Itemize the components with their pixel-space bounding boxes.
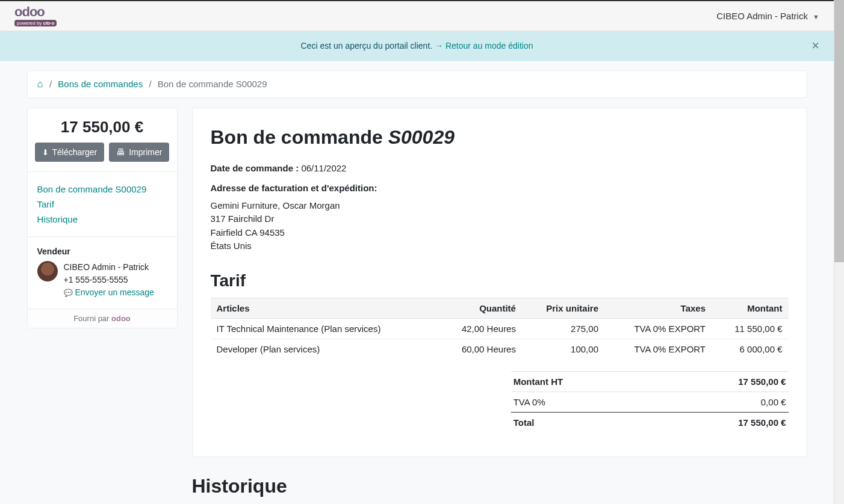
- comment-icon: [64, 287, 73, 297]
- col-taxes: Taxes: [604, 298, 712, 318]
- cell-unit-price: 275,00: [522, 318, 604, 339]
- history-heading: Historique: [192, 475, 807, 497]
- powered-by-footer: Fourni par odoo: [28, 309, 177, 328]
- print-icon: [116, 147, 125, 157]
- alert-text: Ceci est un aperçu du portail client.: [300, 41, 435, 51]
- table-row: IT Technical Maintenance (Plan services)…: [211, 318, 789, 339]
- breadcrumb-sep: /: [149, 79, 151, 89]
- logo-powered-badge: powered by cib·o: [14, 20, 57, 26]
- sidebar-total: 17 550,00 €: [28, 108, 177, 143]
- address-line: Gemini Furniture, Oscar Morgan: [211, 199, 789, 213]
- cell-amount: 11 550,00 €: [712, 318, 788, 339]
- cell-qty: 42,00 Heures: [437, 318, 522, 339]
- seller-name: CIBEO Admin - Patrick: [64, 261, 154, 274]
- tax-row: TVA 0% 0,00 €: [511, 392, 789, 412]
- order-number: S00029: [388, 126, 455, 148]
- cell-qty: 60,00 Heures: [437, 339, 522, 359]
- download-icon: [42, 147, 49, 157]
- sidebar-nav-order[interactable]: Bon de commande S00029: [37, 182, 167, 197]
- portal-preview-alert: Ceci est un aperçu du portail client. Re…: [0, 31, 834, 61]
- caret-down-icon: ▼: [813, 13, 819, 20]
- sidebar-nav-history[interactable]: Historique: [37, 212, 167, 227]
- breadcrumb-link-orders[interactable]: Bons de commandes: [58, 79, 143, 89]
- logo-odoo-text: odoo: [14, 5, 45, 19]
- totals-block: Montant HT 17 550,00 € TVA 0% 0,00 € Tot…: [511, 371, 789, 432]
- subtotal-row: Montant HT 17 550,00 €: [511, 371, 789, 392]
- breadcrumb: / Bons de commandes / Bon de commande S0…: [27, 70, 807, 98]
- scrollbar-thumb[interactable]: [834, 0, 844, 262]
- logo[interactable]: odoo powered by cib·o: [14, 5, 57, 26]
- section-tarif-heading: Tarif: [211, 271, 789, 290]
- cell-article: Developer (Plan services): [211, 339, 437, 359]
- address-block: Adresse de facturation et d'expédition: …: [211, 182, 789, 253]
- arrow-right-icon: [435, 41, 443, 51]
- user-menu-label: CIBEO Admin - Patrick: [716, 11, 808, 21]
- cell-unit-price: 100,00: [522, 339, 604, 359]
- address-line: 317 Fairchild Dr: [211, 212, 789, 226]
- download-button[interactable]: Télécharger: [35, 143, 105, 162]
- seller-block: Vendeur CIBEO Admin - Patrick +1 555-555…: [28, 237, 177, 309]
- order-card: Bon de commande S00029 Date de commande …: [192, 108, 807, 457]
- address-line: États Unis: [211, 239, 789, 253]
- close-icon: ×: [811, 38, 819, 53]
- cell-article: IT Technical Maintenance (Plan services): [211, 318, 437, 339]
- home-icon: [37, 79, 43, 89]
- cell-taxes: TVA 0% EXPORT: [604, 339, 712, 359]
- user-menu[interactable]: CIBEO Admin - Patrick ▼: [716, 11, 819, 21]
- total-row: Total 17 550,00 €: [511, 412, 789, 432]
- breadcrumb-sep: /: [49, 79, 52, 89]
- col-amount: Montant: [712, 298, 788, 318]
- col-article: Articles: [211, 298, 437, 318]
- order-date: Date de commande : 06/11/2022: [211, 163, 789, 173]
- topbar: odoo powered by cib·o CIBEO Admin - Patr…: [0, 0, 834, 31]
- address-title: Adresse de facturation et d'expédition:: [211, 182, 789, 195]
- col-unit-price: Prix unitaire: [522, 298, 604, 318]
- cell-amount: 6 000,00 €: [712, 339, 788, 359]
- print-button[interactable]: Imprimer: [109, 143, 169, 162]
- breadcrumb-home[interactable]: [37, 79, 43, 89]
- sidebar-nav-tarif[interactable]: Tarif: [37, 197, 167, 212]
- seller-phone: +1 555-555-5555: [64, 274, 154, 286]
- page-title: Bon de commande S00029: [211, 126, 789, 149]
- browser-scrollbar[interactable]: [834, 0, 844, 504]
- avatar: [37, 261, 58, 281]
- cell-taxes: TVA 0% EXPORT: [604, 318, 712, 339]
- history-empty-text: Il n'y a aucun commentaire pour le momen…: [192, 502, 807, 505]
- send-message-link[interactable]: Envoyer un message: [64, 287, 154, 297]
- table-row: Developer (Plan services)60,00 Heures100…: [211, 339, 789, 359]
- breadcrumb-current: Bon de commande S00029: [158, 79, 267, 89]
- odoo-brand-small: odoo: [111, 314, 131, 323]
- seller-title: Vendeur: [37, 247, 167, 256]
- sidebar-nav: Bon de commande S00029 Tarif Historique: [28, 171, 177, 237]
- address-line: Fairfield CA 94535: [211, 226, 789, 240]
- sidebar-card: 17 550,00 € Télécharger Imprimer Bon de …: [27, 108, 178, 328]
- col-qty: Quantité: [437, 298, 522, 318]
- alert-close-button[interactable]: ×: [811, 39, 819, 52]
- pricing-table: Articles Quantité Prix unitaire Taxes Mo…: [211, 298, 789, 359]
- back-to-edit-link[interactable]: Retour au mode édition: [435, 41, 533, 51]
